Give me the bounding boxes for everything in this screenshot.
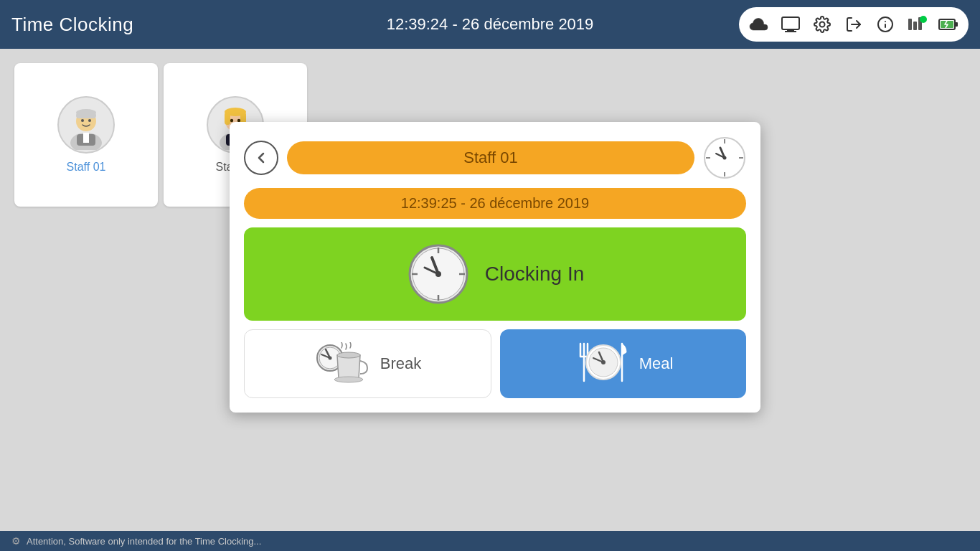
svg-point-39 bbox=[723, 156, 727, 160]
svg-point-55 bbox=[334, 377, 363, 382]
svg-rect-20 bbox=[76, 113, 96, 118]
app-title: Time Clocking bbox=[11, 14, 133, 36]
battery-icon[interactable] bbox=[936, 11, 961, 37]
svg-rect-9 bbox=[913, 22, 917, 30]
break-button[interactable]: Break bbox=[244, 329, 491, 398]
meal-icon bbox=[573, 341, 631, 387]
clocking-clock-icon bbox=[406, 242, 471, 306]
break-label: Break bbox=[380, 354, 421, 373]
cloud-icon[interactable] bbox=[746, 11, 772, 37]
footer-text: Attention, Software only intended for th… bbox=[27, 536, 261, 547]
svg-rect-17 bbox=[83, 133, 89, 143]
svg-point-3 bbox=[820, 22, 825, 27]
meal-button[interactable]: Meal bbox=[500, 329, 746, 398]
staff-avatar-01 bbox=[57, 96, 115, 154]
info-icon[interactable] bbox=[872, 11, 898, 37]
svg-rect-28 bbox=[225, 112, 230, 125]
header-icon-group bbox=[739, 7, 969, 42]
screen-icon[interactable] bbox=[778, 11, 804, 37]
clocking-in-button[interactable]: Clocking In bbox=[244, 227, 746, 321]
selected-staff-name: Staff 01 bbox=[287, 141, 694, 174]
staff-name-01: Staff 01 bbox=[67, 161, 106, 174]
svg-point-54 bbox=[337, 352, 360, 358]
header-datetime: 12:39:24 - 26 décembre 2019 bbox=[387, 15, 594, 34]
svg-rect-8 bbox=[908, 19, 912, 30]
svg-point-21 bbox=[81, 119, 84, 122]
svg-rect-0 bbox=[782, 17, 799, 29]
icon-pill bbox=[739, 7, 969, 42]
svg-point-48 bbox=[435, 271, 441, 277]
svg-point-53 bbox=[328, 357, 331, 360]
staff-card-01[interactable]: Staff 01 bbox=[14, 63, 158, 207]
dialog-datetime: 12:39:25 - 26 décembre 2019 bbox=[244, 188, 746, 219]
back-button[interactable] bbox=[244, 141, 278, 175]
settings-icon[interactable] bbox=[809, 11, 835, 37]
meal-label: Meal bbox=[639, 354, 674, 373]
bottom-actions-row: Break bbox=[244, 329, 746, 398]
svg-point-22 bbox=[88, 119, 91, 122]
footer-icon: ⚙ bbox=[11, 535, 21, 547]
network-icon[interactable] bbox=[904, 11, 930, 37]
svg-rect-12 bbox=[955, 22, 958, 27]
break-icon bbox=[314, 342, 372, 385]
wall-clock-icon bbox=[703, 136, 746, 179]
app-header: Time Clocking 12:39:24 - 26 décembre 201… bbox=[0, 0, 980, 49]
clocking-in-label: Clocking In bbox=[485, 263, 585, 286]
dialog-header-row: Staff 01 bbox=[244, 136, 746, 179]
svg-point-65 bbox=[601, 360, 606, 364]
logout-icon[interactable] bbox=[841, 11, 867, 37]
app-footer: ⚙ Attention, Software only intended for … bbox=[0, 531, 980, 551]
clocking-dialog: Staff 01 12:39:25 - 26 décembre 2019 bbox=[230, 122, 760, 413]
